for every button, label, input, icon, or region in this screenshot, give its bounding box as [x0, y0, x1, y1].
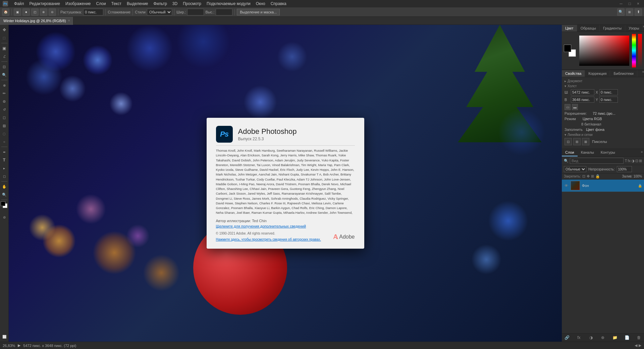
more-info-link[interactable]: Щелкните для получения дополнительных св… [216, 224, 355, 228]
canvas-area[interactable]: Ps Adobe Photoshop Выпуск 22.5.3 Thomas … [9, 25, 562, 342]
grid-icon[interactable]: ⊞ [573, 138, 581, 145]
menu-window[interactable]: Окно [254, 1, 267, 7]
paths-tab[interactable]: Контуры [597, 149, 619, 156]
menu-plugins[interactable]: Подключаемые модули [205, 1, 253, 7]
minimize-btn[interactable]: ─ [618, 1, 625, 7]
landscape-icon[interactable]: ▬ [572, 104, 578, 110]
color-tab[interactable]: Цвет [562, 25, 577, 32]
link-layers-btn[interactable]: 🔗 [564, 335, 570, 341]
eraser-tool[interactable]: ◻ [1, 114, 8, 121]
props-panel-collapse[interactable]: ≡ [642, 70, 644, 77]
width-input[interactable] [571, 89, 594, 95]
fg-color-box[interactable] [564, 45, 571, 52]
fx-btn[interactable]: fx [576, 335, 582, 341]
style-select[interactable]: Обычный [147, 9, 172, 15]
snap-icon[interactable]: ⊠ [582, 138, 589, 145]
menu-file[interactable]: Файл [12, 1, 26, 7]
gradient-tool[interactable]: ▨ [1, 122, 8, 129]
mask-btn[interactable]: ◑ [588, 335, 594, 341]
rulers-icon[interactable]: ⊡ [565, 138, 572, 145]
gradients-tab[interactable]: Градиенты [600, 25, 625, 32]
alpha-bar[interactable] [638, 34, 642, 67]
tool-option4[interactable]: ⊖ [49, 8, 56, 16]
layer-visibility-eye[interactable]: 👁 [564, 183, 569, 188]
patterns-tab[interactable]: Узоры [625, 25, 643, 32]
filter-t-icon[interactable]: T [625, 159, 627, 163]
clone-tool[interactable]: ⊜ [1, 98, 8, 105]
spot-heal-tool[interactable]: ⊕ [1, 82, 8, 89]
portrait-icon[interactable]: ▭ [565, 104, 571, 110]
path-select-tool[interactable]: ▸ [1, 164, 8, 172]
menu-select[interactable]: Выделение [125, 1, 150, 7]
lock-pos-icon[interactable]: ✥ [587, 174, 590, 179]
new-layer-btn[interactable]: 📄 [624, 335, 630, 341]
feather-input[interactable] [83, 9, 103, 15]
crop-tool[interactable]: ⊡ [1, 63, 8, 70]
libraries-tab[interactable]: Библиотеки [610, 70, 637, 77]
rect-select-btn[interactable]: ▣ [14, 8, 21, 16]
menu-3d[interactable]: 3D [170, 1, 179, 7]
lasso-tool[interactable]: 𝓛 [1, 53, 8, 60]
menu-filter[interactable]: Фильтр [152, 1, 169, 7]
lock-all-icon[interactable]: 🔒 [595, 174, 600, 179]
share-btn[interactable]: ⬆ [635, 8, 642, 16]
blend-mode-select[interactable]: Обычные [564, 166, 586, 172]
lock-pixel-icon[interactable]: ⊡ [582, 174, 585, 179]
hue-bar[interactable] [632, 34, 636, 67]
blur-tool[interactable]: ◌ [1, 130, 8, 137]
status-expand-btn[interactable]: ◀ [635, 343, 637, 348]
menu-image[interactable]: Изображение [63, 1, 93, 7]
select-mask-btn[interactable]: Выделение и маска... [237, 9, 280, 15]
filter-smart-icon[interactable]: ⊡ [635, 159, 638, 163]
height-input[interactable] [216, 9, 232, 15]
layers-search-input[interactable] [570, 158, 624, 164]
width-input[interactable] [187, 9, 204, 15]
group-btn[interactable]: 📁 [612, 335, 618, 341]
tool-option1[interactable]: ■ [22, 8, 30, 16]
fg-color-swatch[interactable] [1, 201, 5, 206]
tool-option2[interactable]: ◰ [31, 8, 39, 16]
color-gradient-picker[interactable] [579, 36, 629, 66]
opacity-input[interactable] [617, 166, 632, 172]
shape-tool[interactable]: ◻ [1, 172, 8, 180]
adj-btn[interactable]: ⊕ [600, 335, 606, 341]
y-input[interactable] [599, 97, 618, 103]
pen-tool[interactable]: ✒ [1, 148, 8, 156]
home-btn[interactable]: 🏠 [2, 8, 9, 16]
layers-tab[interactable]: Слои [562, 149, 578, 156]
height-input[interactable] [571, 97, 594, 103]
workspace-btn[interactable]: ⊞ [626, 8, 633, 16]
color-panel-collapse[interactable]: ≡ [643, 25, 644, 32]
status-options-btn[interactable]: ▶ [639, 343, 641, 348]
channels-tab[interactable]: Каналы [578, 149, 597, 156]
search-icon-btn[interactable]: 🔍 [617, 8, 625, 16]
move-tool[interactable]: ✥ [1, 26, 8, 34]
menu-view[interactable]: Просмотр [181, 1, 203, 7]
corrections-tab[interactable]: Коррекция [585, 70, 610, 77]
brush-tool[interactable]: ✏ [1, 90, 8, 97]
eyedropper-tool[interactable]: 🔍 [1, 71, 8, 79]
tab-file[interactable]: Winter Holidays.jpg @ 26,8% (RGB/8) × [0, 17, 73, 25]
filter-group-icon[interactable]: ⊞ [639, 159, 642, 163]
menu-layers[interactable]: Слои [94, 1, 108, 7]
rect-select-tool[interactable]: ▣ [1, 45, 8, 52]
layer-item-bg[interactable]: 👁 Фон 🔒 [562, 180, 644, 192]
lock-artboard-icon[interactable]: ⊞ [591, 174, 594, 179]
dodge-tool[interactable]: ○ [1, 138, 8, 145]
swatches-tab[interactable]: Образцы [577, 25, 600, 32]
maximize-btn[interactable]: □ [627, 1, 633, 7]
history-brush[interactable]: ↺ [1, 106, 8, 113]
close-btn[interactable]: × [635, 1, 641, 7]
hand-tool[interactable]: ✋ [1, 183, 8, 190]
tab-close-btn[interactable]: × [68, 19, 70, 22]
menu-text[interactable]: Текст [109, 1, 123, 7]
filter-adj-icon[interactable]: ◑ [631, 159, 635, 163]
screen-mode-btn[interactable]: ⬜ [1, 333, 8, 340]
tool-option3[interactable]: ⊕ [40, 8, 47, 16]
properties-tab[interactable]: Свойства [562, 70, 585, 77]
artboard-tool[interactable]: ⬚ [1, 34, 8, 42]
legal-link[interactable]: Нажмите здесь, чтобы просмотреть сведени… [216, 238, 321, 241]
delete-layer-btn[interactable]: 🗑 [636, 335, 642, 341]
menu-edit[interactable]: Редактирование [28, 1, 62, 7]
filter-fx-icon[interactable]: fx [628, 159, 631, 163]
